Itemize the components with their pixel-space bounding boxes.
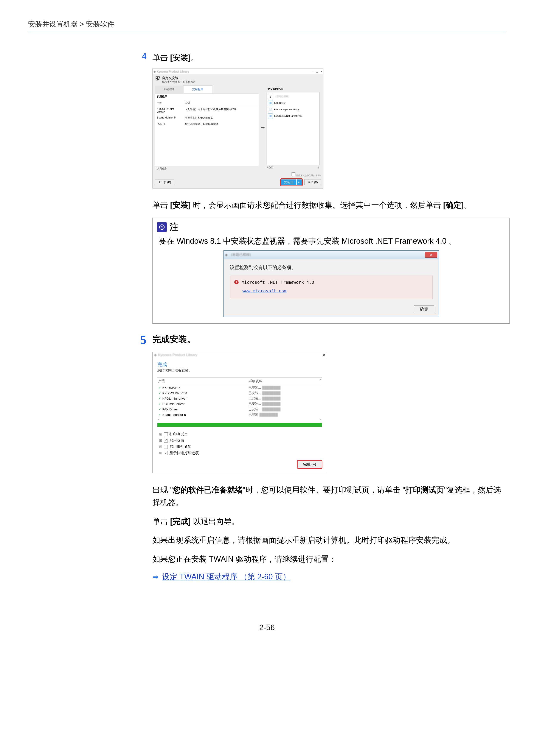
row-desc: 与打印机字体一起的屏幕字体 [185,122,218,126]
expand-icon[interactable]: ⊞ [159,451,162,455]
ok-button[interactable]: 确定 [414,305,434,313]
back-button[interactable]: 上一步 (B) [155,179,174,185]
list-row[interactable]: Status Monitor 5 监视准备打印状态的服务 [155,115,259,121]
row-status: 已安装... [248,386,261,390]
twain-driver-link[interactable]: 设定 TWAIN 驱动程序 （第 2-60 页） [162,572,291,582]
app-icon: ◆ [154,353,157,357]
install-label-bold: [安装] [170,53,191,62]
product-label: FAX Driver [274,102,286,104]
finish-option[interactable]: ⊞启用事件通知 [159,444,322,450]
check-icon: ✓ [158,397,161,400]
finish-option[interactable]: ⊞显示快速打印选项 [159,450,322,456]
window-close-icon[interactable]: × [320,69,322,73]
list-row[interactable]: FONTS 与打印机字体一起的屏幕字体 [155,121,259,127]
list-row[interactable]: KYOCERA Net Viewer （无外语）用于远程打印机或多功能实用程序 [155,106,259,115]
step-5-number: 5 [112,333,146,347]
row-status: 已安装... [248,396,261,400]
prerequisite-dialog: ◆ （标题已模糊） × 设置检测到没有以下的必备项。 ! Microsoft .… [223,250,439,317]
table-row: ✓KPDL mini-driver已安装...████████ [157,396,322,401]
table-row: ✓Status Monitor 5已安装████████ [157,412,322,417]
exit-button[interactable]: 退出 (X) [304,179,321,185]
install-results-table: 产品 详细资料 ˆ ✓KX DRIVER已安装...████████✓KX XP… [157,377,322,417]
option-checkbox[interactable] [164,432,168,436]
row-name: FONTS [157,122,180,126]
window-minimize-icon[interactable]: — [310,69,313,73]
text-span: 单击 [152,517,170,526]
finish-option[interactable]: ⊞启用双面 [159,437,322,444]
col-desc: 说明 [185,101,190,105]
dialog-title-text: Kyocera Product Library [158,353,197,357]
dialog-title-text: Kyocera Product Library [157,70,189,73]
text-span: "时，您可以使用软件。要打印测试页，请单击 " [243,485,405,494]
row-detail-blur: ████████ [260,413,278,417]
driver-icon: ◧ [268,101,273,105]
option-checkbox[interactable] [164,439,168,443]
table-row: ✓FAX Driver已安装...████████ [157,407,322,412]
link-arrow-icon: ➡ [152,573,159,581]
table-row: ✓KX DRIVER已安装...████████ [157,385,322,391]
expand-icon[interactable]: ⊞ [159,445,162,449]
products-to-install-header: 要安装的产品 [267,86,319,92]
row-product: KX DRIVER [162,386,248,390]
paragraph: 单击 [完成] 以退出向导。 [152,515,508,527]
finish-title: 完成 [157,361,322,368]
page-number: 2-56 [28,623,506,632]
hostname-port-checkbox[interactable] [292,172,295,176]
tab-utilities[interactable]: 实用程序 [183,86,212,93]
text-span: 。 [191,53,198,62]
add-arrow-icon[interactable]: ➡ [259,86,267,170]
expand-icon[interactable]: ⊞ [159,438,162,443]
product-row[interactable]: ◧ KYOCERA Net Direct Print [267,113,318,119]
product-row[interactable]: ◧ FAX Driver [267,100,318,106]
custom-install-icon [155,76,160,81]
svg-rect-0 [156,77,157,78]
close-button[interactable]: × [425,252,437,258]
option-checkbox[interactable] [164,451,168,455]
expand-icon[interactable]: ⊞ [159,432,162,437]
microsoft-link[interactable]: www.microsoft.com [242,288,287,293]
scroll-left-icon[interactable]: < [158,418,160,421]
paragraph: 如果出现系统重启信息，请根据画面提示重新启动计算机。此时打印驱动程序安装完成。 [152,534,508,546]
check-icon: ✓ [158,402,161,406]
row-name: KYOCERA Net Viewer [157,108,180,114]
progress-bar [157,423,322,427]
row-product: FAX Driver [162,407,248,411]
dialog-titlebar: ◆ （标题已模糊） × [224,251,439,259]
step-4-text: 单击 [安装]。 [152,52,198,64]
window-maximize-icon[interactable]: □ [316,69,318,73]
dialog-header-subtitle: 添加多个设备和打印实用程序 [162,80,196,84]
breadcrumb: 安装并设置机器 > 安装软件 [28,19,506,32]
delete-icon[interactable]: 🗑 [317,166,319,169]
printer-icon: 🖨 [268,94,273,99]
svg-rect-1 [158,77,159,78]
utilities-list: 实用程序 名称 说明 KYOCERA Net Viewer （无外语）用于远程打… [155,93,259,166]
product-row[interactable]: 📄 File Management Utility [267,106,318,113]
product-label-blur: （型号已模糊） [274,95,291,98]
scroll-right-icon[interactable]: > [319,418,321,421]
close-icon[interactable]: × [323,352,325,358]
paragraph: 出现 "您的软件已准备就绪"时，您可以使用软件。要打印测试页，请单击 "打印测试… [152,484,508,508]
option-label: 启用事件通知 [169,444,191,449]
text-span: 单击 [152,201,170,209]
app-icon: ◆ [225,253,228,257]
finish-button[interactable]: 完成 (F) [297,460,322,469]
product-row[interactable]: 🖨 （型号已模糊） [267,93,318,100]
tab-drivers[interactable]: 驱动程序 [155,86,183,93]
option-checkbox[interactable] [164,445,168,449]
install-more-button[interactable]: ▸ [297,179,302,185]
step-4-number: 4 [134,52,146,64]
text-bold: [完成] [170,517,191,526]
install-button[interactable]: 安装 (I) [281,179,296,185]
list-count: 2 实用程序 [155,166,259,170]
row-product: KX XPS DRIVER [162,391,248,395]
scroll-up-icon[interactable]: ˆ [320,379,321,384]
error-icon: ! [234,280,239,284]
dialog-header-title: 自定义安装 [162,76,196,80]
hostname-port-label: 使用主机名作为端口名(U) [296,174,320,177]
finish-option[interactable]: ⊞打印测试页 [159,431,322,437]
row-product: PCL mini-driver [162,402,248,406]
check-icon: ✓ [158,386,161,390]
text-span: 单击 [152,53,170,62]
table-row: ✓PCL mini-driver已安装...████████ [157,401,322,407]
note-box: 注 要在 Windows 8.1 中安装状态监视器，需要事先安装 Microso… [152,218,510,324]
